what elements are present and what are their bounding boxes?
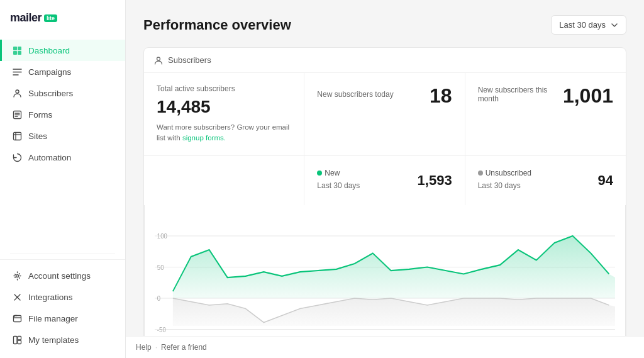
svg-rect-11 xyxy=(18,336,21,340)
sidebar-item-automation-label: Automation xyxy=(28,153,71,162)
sidebar-item-forms-label: Forms xyxy=(28,110,52,120)
stats-card-header: Subscribers xyxy=(144,48,626,73)
content-area: Performance overview Last 30 days Subscr… xyxy=(126,0,644,336)
svg-text:50: 50 xyxy=(157,264,164,271)
templates-icon xyxy=(12,335,22,345)
logo-text: mailer xyxy=(10,11,42,25)
svg-point-4 xyxy=(16,90,19,93)
stats-top-grid: Total active subscribers 14,485 Want mor… xyxy=(144,73,626,155)
sidebar-item-dashboard[interactable]: Dashboard xyxy=(0,40,125,61)
stat-new-today-label: New subscribers today xyxy=(317,90,393,99)
sidebar-item-campaigns-label: Campaigns xyxy=(28,67,71,77)
sidebar-item-file-manager-label: File manager xyxy=(28,314,78,323)
svg-text:-50: -50 xyxy=(157,326,166,333)
integrations-icon xyxy=(12,292,22,302)
dashboard-icon xyxy=(12,45,22,55)
new-30-sub: Last 30 days xyxy=(317,181,360,190)
sidebar-item-subscribers-label: Subscribers xyxy=(28,89,73,98)
stat-new-today: New subscribers today 18 xyxy=(304,73,465,155)
chart-container: 100 50 0 -50 xyxy=(144,205,626,337)
svg-rect-1 xyxy=(18,47,21,50)
footer: Help · Refer a friend xyxy=(126,336,644,358)
unsub-dot xyxy=(478,171,483,176)
stat-new-today-value: 18 xyxy=(430,84,452,108)
main-content: Performance overview Last 30 days Subscr… xyxy=(126,0,644,358)
sidebar-item-campaigns[interactable]: Campaigns xyxy=(0,61,125,82)
stat-total-active: Total active subscribers 14,485 Want mor… xyxy=(144,73,304,155)
sidebar-item-subscribers[interactable]: Subscribers xyxy=(0,82,125,104)
stat-total-active-label: Total active subscribers xyxy=(157,84,291,93)
nav-bottom: Account settings Integrations File manag… xyxy=(0,259,125,358)
svg-text:100: 100 xyxy=(157,232,167,240)
stat-total-active-value: 14,485 xyxy=(157,97,291,117)
logo-area: mailer lite xyxy=(0,0,125,35)
page-title: Performance overview xyxy=(143,17,291,33)
footer-separator: · xyxy=(155,343,157,352)
sidebar-item-integrations-label: Integrations xyxy=(28,293,73,302)
sidebar-item-forms[interactable]: Forms xyxy=(0,104,125,125)
date-filter-dropdown[interactable]: Last 30 days xyxy=(551,15,626,35)
sidebar-item-integrations[interactable]: Integrations xyxy=(0,286,125,308)
logo: mailer lite xyxy=(10,11,115,25)
settings-icon xyxy=(12,271,22,281)
performance-chart: 100 50 0 -50 xyxy=(155,215,615,337)
svg-rect-2 xyxy=(13,51,17,55)
stat-new-30: New Last 30 days 1,593 xyxy=(304,156,465,205)
stat-unsubscribed: Unsubscribed Last 30 days 94 xyxy=(465,156,626,205)
svg-rect-0 xyxy=(13,47,17,50)
svg-point-7 xyxy=(16,274,18,277)
footer-help[interactable]: Help xyxy=(136,343,152,352)
sidebar-item-my-templates[interactable]: My templates xyxy=(0,329,125,350)
sidebar-item-sites-label: Sites xyxy=(28,131,47,141)
automation-icon xyxy=(12,152,22,162)
subscribers-section-icon xyxy=(154,56,163,65)
svg-rect-10 xyxy=(13,336,17,344)
stat-empty xyxy=(144,156,304,205)
svg-point-13 xyxy=(157,57,160,60)
chart-area: 100 50 0 -50 xyxy=(155,215,615,337)
sidebar-item-account-settings[interactable]: Account settings xyxy=(0,265,125,286)
promo-text: Want more subscribers? Grow your email l… xyxy=(157,122,291,144)
stat-new-30-value: 1,593 xyxy=(418,172,452,189)
logo-badge: lite xyxy=(44,14,57,22)
chevron-down-icon xyxy=(611,21,618,29)
unsub-badge: Unsubscribed xyxy=(478,169,531,177)
svg-rect-12 xyxy=(18,340,21,344)
stat-unsub-value: 94 xyxy=(598,172,613,189)
sidebar-item-automation[interactable]: Automation xyxy=(0,147,125,168)
sidebar-item-sites[interactable]: Sites xyxy=(0,125,125,147)
stat-new-month: New subscribers this month 1,001 xyxy=(465,73,626,155)
chart-gray-fill xyxy=(173,298,615,326)
new-badge: New xyxy=(317,169,340,177)
stats-card: Subscribers Total active subscribers 14,… xyxy=(143,47,626,336)
svg-rect-6 xyxy=(13,132,21,140)
svg-rect-3 xyxy=(18,51,21,55)
footer-refer[interactable]: Refer a friend xyxy=(161,343,207,352)
sites-icon xyxy=(12,131,22,141)
forms-icon xyxy=(12,109,22,120)
stat-new-month-value: 1,001 xyxy=(563,84,613,108)
promo-link[interactable]: signup forms. xyxy=(182,134,226,142)
sidebar-item-dashboard-label: Dashboard xyxy=(28,46,70,55)
date-filter-label: Last 30 days xyxy=(559,20,606,30)
sidebar-item-account-settings-label: Account settings xyxy=(28,271,91,281)
page-header: Performance overview Last 30 days xyxy=(143,15,626,35)
svg-text:0: 0 xyxy=(157,294,161,302)
new-dot xyxy=(317,171,322,176)
subscribers-icon xyxy=(12,88,22,98)
stats-bottom-grid: New Last 30 days 1,593 Unsubscribed xyxy=(144,155,626,205)
stat-new-month-label: New subscribers this month xyxy=(478,86,563,103)
sidebar-item-my-templates-label: My templates xyxy=(28,335,79,345)
subscribers-section-label: Subscribers xyxy=(168,55,211,65)
file-manager-icon xyxy=(12,313,22,323)
nav-main: Dashboard Campaigns Subscribers Forms Si… xyxy=(0,35,125,249)
svg-point-8 xyxy=(16,296,18,298)
sidebar-item-file-manager[interactable]: File manager xyxy=(0,308,125,329)
sidebar: mailer lite Dashboard Campaigns Subscrib… xyxy=(0,0,126,358)
campaigns-icon xyxy=(12,67,22,77)
unsub-30-sub: Last 30 days xyxy=(478,181,531,190)
